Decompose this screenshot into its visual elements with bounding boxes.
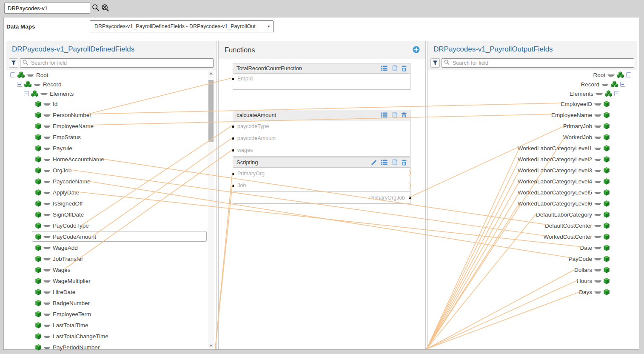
- chevron-down-icon[interactable]: [594, 203, 601, 205]
- tree-item-defaultcostcenter[interactable]: DefaultCostCenter: [428, 220, 637, 231]
- scroll-down-icon[interactable]: [208, 343, 214, 348]
- chevron-down-icon[interactable]: [43, 137, 51, 139]
- tree-item-workedlaborcategorylevel3[interactable]: WorkedLaborCategoryLevel3: [428, 165, 637, 176]
- tree-item-paycode[interactable]: PayCode: [428, 253, 637, 264]
- chevron-down-icon[interactable]: [594, 103, 601, 106]
- tree-item-hiredate[interactable]: HireDate: [6, 286, 208, 297]
- tree-item-employeename[interactable]: EmployeeName: [6, 120, 208, 131]
- chevron-down-icon[interactable]: [43, 314, 51, 316]
- chevron-down-icon[interactable]: [43, 280, 51, 283]
- chevron-down-icon[interactable]: [594, 258, 601, 260]
- chevron-down-icon[interactable]: [594, 225, 601, 227]
- chevron-down-icon[interactable]: [594, 170, 601, 172]
- chevron-down-icon[interactable]: [594, 247, 601, 249]
- trash-icon[interactable]: [402, 160, 407, 166]
- map-name-input[interactable]: [4, 3, 90, 14]
- tree-item-empstatus[interactable]: EmpStatus: [6, 131, 208, 143]
- chevron-down-icon[interactable]: [601, 84, 609, 86]
- tree-item-workedlaborcategorylevel5[interactable]: WorkedLaborCategoryLevel5: [428, 187, 637, 198]
- tree-item-employeeterm[interactable]: EmployeeTerm: [6, 308, 208, 320]
- chevron-down-icon[interactable]: [594, 280, 601, 283]
- source-scrollbar[interactable]: [208, 70, 214, 348]
- chevron-down-icon[interactable]: [594, 214, 601, 216]
- tree-item-workedlaborcategorylevel4[interactable]: WorkedLaborCategoryLevel4: [428, 176, 637, 187]
- chevron-down-icon[interactable]: [34, 84, 41, 86]
- chevron-down-icon[interactable]: [594, 291, 601, 294]
- input-port[interactable]: [232, 137, 234, 140]
- input-port[interactable]: [232, 185, 234, 187]
- chevron-down-icon[interactable]: [594, 137, 601, 139]
- chevron-down-icon[interactable]: [43, 159, 51, 161]
- tree-item-hours[interactable]: Hours: [428, 275, 637, 286]
- chevron-down-icon[interactable]: [43, 126, 51, 128]
- source-search-input[interactable]: [30, 60, 211, 66]
- chevron-down-icon[interactable]: [594, 236, 601, 238]
- collapse-icon[interactable]: [620, 82, 625, 87]
- list-icon[interactable]: [381, 112, 388, 118]
- tree-item-wagemultiplier[interactable]: WageMultiplier: [6, 275, 208, 286]
- tree-item-root[interactable]: Root: [428, 70, 637, 80]
- function-input-wages[interactable]: wages: [233, 144, 410, 156]
- chevron-down-icon[interactable]: [43, 114, 51, 117]
- tree-item-badgenumber[interactable]: BadgeNumber: [6, 297, 208, 308]
- tree-item-primaryjob[interactable]: PrimaryJob: [428, 120, 637, 131]
- tree-item-lasttotaltime[interactable]: LastTotalTime: [6, 320, 208, 331]
- tree-item-workedcostcenter[interactable]: WorkedCostCenter: [428, 231, 637, 242]
- trash-icon[interactable]: [402, 112, 407, 118]
- chevron-down-icon[interactable]: [43, 170, 51, 172]
- function-box-totalrecordcountfunction[interactable]: TotalRecordCountFunctionEmpId: [233, 63, 410, 90]
- tree-item-workedlaborcategorylevel2[interactable]: WorkedLaborCategoryLevel2: [428, 154, 637, 165]
- scroll-up-icon[interactable]: [208, 70, 214, 76]
- tree-item-defaultlaborcategory[interactable]: DefaultLaborCategory: [428, 209, 637, 220]
- clear-search-icon[interactable]: [101, 4, 109, 12]
- chevron-down-icon[interactable]: [43, 203, 51, 205]
- tree-item-applydate[interactable]: ApplyDate: [6, 187, 208, 198]
- chevron-down-icon[interactable]: [43, 225, 51, 227]
- chevron-down-icon[interactable]: [596, 93, 603, 95]
- tree-item-days[interactable]: Days: [428, 286, 637, 297]
- copy-icon[interactable]: [392, 159, 397, 166]
- copy-icon[interactable]: [392, 112, 397, 118]
- chevron-down-icon[interactable]: [43, 181, 51, 183]
- data-map-select[interactable]: DRPaycodes-v1_PayrollDefinedFields - DRP…: [90, 20, 274, 32]
- list-icon[interactable]: [381, 66, 388, 71]
- filter-button[interactable]: [9, 58, 18, 68]
- chevron-down-icon[interactable]: [27, 74, 34, 77]
- input-port[interactable]: [232, 126, 234, 128]
- output-port[interactable]: [409, 197, 411, 199]
- tree-item-orgjob[interactable]: OrgJob: [6, 165, 208, 176]
- filter-button[interactable]: [430, 58, 440, 68]
- tree-item-employeename[interactable]: EmployeeName: [428, 109, 637, 120]
- tree-item-record[interactable]: Record: [428, 80, 637, 89]
- tree-item-id[interactable]: Id: [6, 98, 208, 109]
- chevron-down-icon[interactable]: [594, 192, 601, 194]
- tree-item-dollars[interactable]: Dollars: [428, 264, 637, 275]
- tree-item-issignedoff[interactable]: IsSignedOff: [6, 198, 208, 209]
- input-port[interactable]: [232, 149, 234, 151]
- chevron-down-icon[interactable]: [43, 303, 51, 305]
- chevron-down-icon[interactable]: [594, 269, 601, 271]
- collapse-icon[interactable]: [17, 82, 22, 87]
- tree-item-workedlaborcategorylevel6[interactable]: WorkedLaborCategoryLevel6: [428, 198, 637, 209]
- output-search-input[interactable]: [452, 60, 632, 66]
- tree-item-signoffdate[interactable]: SignOffDate: [6, 209, 208, 220]
- input-port[interactable]: [232, 78, 234, 80]
- tree-item-personnumber[interactable]: PersonNumber: [6, 109, 208, 120]
- tree-item-payperiodnumber[interactable]: PayPeriodNumber: [6, 342, 208, 353]
- chevron-down-icon[interactable]: [40, 93, 48, 95]
- tree-item-elements[interactable]: Elements: [6, 89, 208, 98]
- tree-item-paycodetype[interactable]: PayCodeType: [6, 220, 208, 231]
- chevron-down-icon[interactable]: [43, 214, 51, 216]
- chevron-down-icon[interactable]: [43, 336, 51, 338]
- scrollbar-thumb[interactable]: [208, 80, 214, 142]
- chevron-down-icon[interactable]: [43, 325, 51, 327]
- chevron-down-icon[interactable]: [594, 148, 601, 150]
- chevron-down-icon[interactable]: [43, 148, 51, 150]
- chevron-down-icon[interactable]: [43, 236, 51, 238]
- function-input-primaryorg[interactable]: PrimaryOrg: [233, 168, 410, 180]
- chevron-down-icon[interactable]: [43, 291, 51, 294]
- search-icon[interactable]: [92, 4, 100, 12]
- chevron-down-icon[interactable]: [43, 192, 51, 194]
- pencil-icon[interactable]: [371, 160, 377, 166]
- function-box-calcuateamount[interactable]: calcuateAmountpaycodeTypepaycodeAmountwa…: [233, 110, 410, 157]
